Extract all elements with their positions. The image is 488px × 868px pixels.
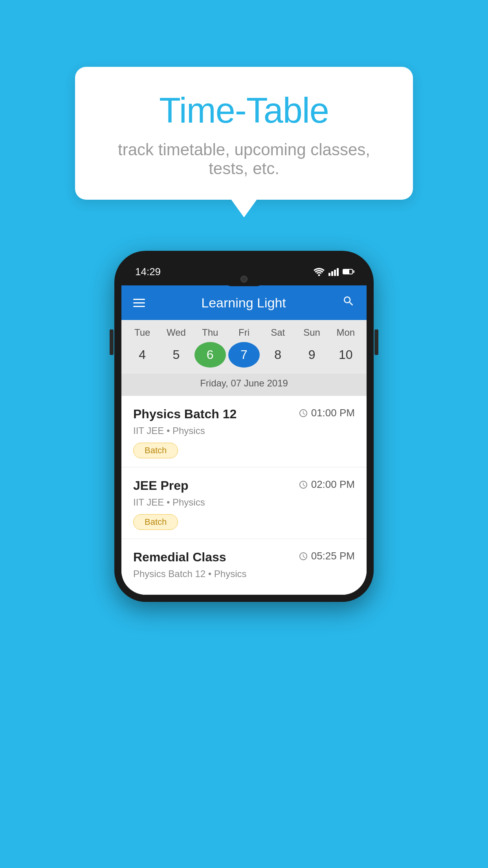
schedule-time-1: 01:00 PM	[299, 407, 355, 419]
search-button[interactable]	[342, 295, 355, 311]
status-bar: 14:29	[121, 258, 367, 285]
day-4[interactable]: 4	[127, 342, 158, 368]
phone-mockup: 14:29	[114, 251, 374, 602]
clock-icon-3	[299, 552, 308, 561]
schedule-time-2: 02:00 PM	[299, 478, 355, 491]
tooltip-card: Time-Table track timetable, upcoming cla…	[75, 67, 413, 200]
svg-point-0	[318, 274, 320, 276]
schedule-name-2: JEE Prep	[133, 478, 189, 493]
app-title: Learning Light	[201, 295, 286, 311]
schedule-meta-2: IIT JEE • Physics	[133, 497, 355, 508]
day-7-selected[interactable]: 7	[228, 342, 260, 368]
batch-tag-2: Batch	[133, 514, 178, 530]
signal-icon	[328, 267, 339, 276]
schedule-item-top-2: JEE Prep 02:00 PM	[133, 478, 355, 493]
schedule-item-2[interactable]: JEE Prep 02:00 PM IIT JEE • Physics Batc…	[121, 467, 367, 539]
selected-date-label: Friday, 07 June 2019	[121, 374, 367, 396]
tooltip-title: Time-Table	[103, 90, 385, 131]
front-camera	[240, 276, 248, 283]
schedule-meta-3: Physics Batch 12 • Physics	[133, 568, 355, 579]
day-header-sun: Sun	[296, 327, 328, 338]
phone-screen: Learning Light Tue Wed Thu Fri Sat Sun M…	[121, 285, 367, 595]
volume-button	[110, 329, 114, 355]
status-time: 14:29	[135, 266, 161, 278]
clock-icon-2	[299, 480, 308, 489]
day-header-fri: Fri	[228, 327, 260, 338]
day-8[interactable]: 8	[262, 342, 294, 368]
day-numbers: 4 5 6 7 8 9 10	[121, 342, 367, 374]
day-header-wed: Wed	[160, 327, 192, 338]
schedule-time-3: 05:25 PM	[299, 550, 355, 562]
day-header-mon: Mon	[330, 327, 361, 338]
battery-icon	[343, 269, 353, 274]
batch-tag-1: Batch	[133, 443, 178, 458]
menu-button[interactable]	[133, 299, 145, 307]
day-header-thu: Thu	[194, 327, 226, 338]
schedule-item-top-3: Remedial Class 05:25 PM	[133, 550, 355, 565]
schedule-meta-1: IIT JEE • Physics	[133, 425, 355, 436]
schedule-name-1: Physics Batch 12	[133, 407, 237, 421]
clock-icon-1	[299, 408, 308, 418]
day-header-tue: Tue	[127, 327, 158, 338]
schedule-item-top-1: Physics Batch 12 01:00 PM	[133, 407, 355, 421]
calendar-strip: Tue Wed Thu Fri Sat Sun Mon 4 5 6 7 8 9 …	[121, 320, 367, 396]
schedule-list: Physics Batch 12 01:00 PM IIT JEE • Phys…	[121, 396, 367, 595]
power-button	[374, 329, 378, 355]
day-9[interactable]: 9	[296, 342, 328, 368]
wifi-icon	[314, 267, 325, 276]
day-10[interactable]: 10	[330, 342, 361, 368]
app-header: Learning Light	[121, 285, 367, 320]
status-icons	[314, 267, 353, 276]
schedule-item-3[interactable]: Remedial Class 05:25 PM Physics Batch 12…	[121, 539, 367, 595]
day-header-sat: Sat	[262, 327, 294, 338]
tooltip-subtitle: track timetable, upcoming classes, tests…	[103, 140, 385, 178]
day-headers: Tue Wed Thu Fri Sat Sun Mon	[121, 327, 367, 342]
day-6-today[interactable]: 6	[194, 342, 226, 368]
schedule-item-1[interactable]: Physics Batch 12 01:00 PM IIT JEE • Phys…	[121, 396, 367, 467]
phone-notch	[224, 272, 264, 286]
schedule-name-3: Remedial Class	[133, 550, 226, 565]
day-5[interactable]: 5	[160, 342, 192, 368]
